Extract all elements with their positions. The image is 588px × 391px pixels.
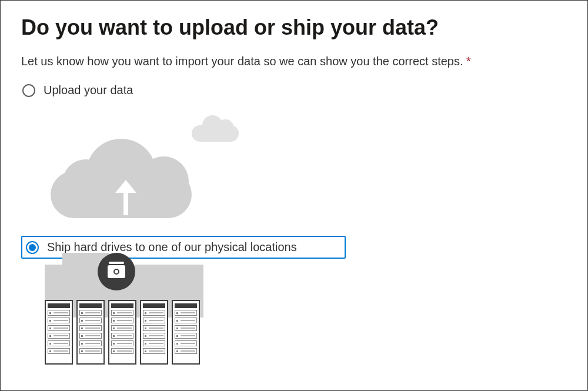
cloud-upload-icon: [45, 106, 233, 224]
instruction-label: Let us know how you want to import your …: [21, 55, 463, 68]
radio-upload[interactable]: [22, 84, 35, 97]
instruction-text: Let us know how you want to import your …: [21, 55, 567, 68]
option-upload-row[interactable]: Upload your data: [21, 80, 567, 101]
required-marker: *: [466, 55, 471, 68]
gear-icon: [113, 269, 119, 275]
option-ship-label[interactable]: Ship hard drives to one of our physical …: [47, 240, 297, 254]
upload-illustration: [45, 106, 567, 224]
datacenter-icon: [45, 265, 209, 370]
page-title: Do you want to upload or ship your data?: [21, 15, 567, 40]
server-racks: [45, 300, 200, 365]
server-badge-icon: [98, 253, 135, 290]
arrow-up-icon: [115, 180, 136, 215]
radio-ship[interactable]: [26, 241, 39, 254]
option-upload-label[interactable]: Upload your data: [44, 83, 133, 97]
ship-illustration: [45, 265, 567, 370]
